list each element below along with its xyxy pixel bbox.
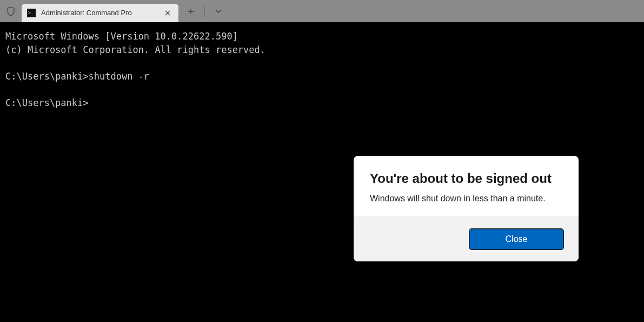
terminal-line: C:\Users\panki> xyxy=(5,97,89,108)
tab-dropdown-button[interactable] xyxy=(206,0,231,22)
tab-title: Administrator: Command Pro xyxy=(41,9,162,17)
window-titlebar: >_ Administrator: Command Pro xyxy=(0,0,644,22)
terminal-icon: >_ xyxy=(27,9,36,17)
new-tab-button[interactable] xyxy=(178,0,203,22)
tab-command-prompt[interactable]: >_ Administrator: Command Pro xyxy=(22,4,178,22)
dialog-title: You're about to be signed out xyxy=(370,171,562,186)
terminal-line: Microsoft Windows [Version 10.0.22622.59… xyxy=(5,31,238,42)
tab-close-button[interactable] xyxy=(162,8,173,18)
dialog-message: Windows will shut down in less than a mi… xyxy=(370,194,562,203)
divider xyxy=(204,5,205,17)
terminal-line: C:\Users\panki>shutdown -r xyxy=(5,71,149,82)
dialog-footer: Close xyxy=(354,216,579,261)
signout-dialog: You're about to be signed out Windows wi… xyxy=(354,156,579,261)
shield-icon xyxy=(0,0,22,22)
terminal-output[interactable]: Microsoft Windows [Version 10.0.22622.59… xyxy=(0,22,644,117)
close-button[interactable]: Close xyxy=(469,229,563,249)
dialog-body: You're about to be signed out Windows wi… xyxy=(354,156,579,216)
terminal-line: (c) Microsoft Corporation. All rights re… xyxy=(5,44,265,55)
